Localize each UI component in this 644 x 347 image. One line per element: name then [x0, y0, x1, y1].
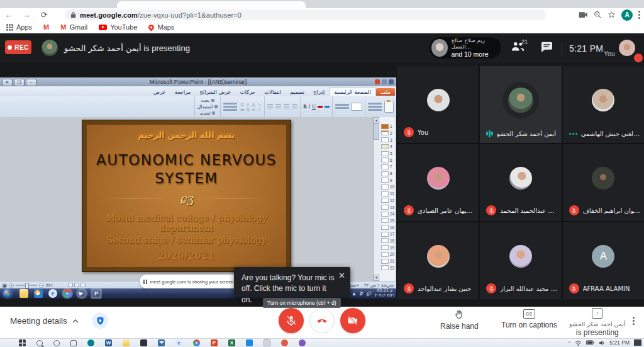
- powerpoint-icon[interactable]: P: [92, 289, 101, 298]
- taskbar-icon-teams[interactable]: [87, 339, 94, 346]
- participant-tile[interactable]: حنين بشار عبدالواحد: [397, 222, 479, 299]
- taskbar-icon-chrome[interactable]: [193, 339, 200, 346]
- participant-tile[interactable]: أيمن أحمد شكر الحشو: [480, 66, 561, 143]
- tray-chevron-icon[interactable]: ^: [569, 340, 571, 346]
- slide-thumbnail[interactable]: 2: [380, 130, 396, 137]
- view-buttons[interactable]: [68, 283, 86, 287]
- volume-icon[interactable]: [599, 340, 605, 346]
- slide-thumbnail[interactable]: 1: [380, 123, 396, 130]
- taskbar-icon-explorer[interactable]: [123, 339, 130, 346]
- captions-button[interactable]: CC Turn on captions: [501, 309, 557, 329]
- taskbar-icon-app-red[interactable]: [281, 339, 288, 346]
- profile-avatar[interactable]: A: [621, 9, 633, 21]
- slide-thumbnail[interactable]: 3: [380, 137, 396, 143]
- slide-thumbnail[interactable]: 16: [380, 224, 396, 230]
- start-orb-icon[interactable]: [3, 289, 12, 298]
- slide-thumbnail[interactable]: 5: [380, 151, 396, 157]
- participants-pill[interactable]: ريم صلاح صالح الفضل...and 10 more: [430, 37, 501, 59]
- slide-thumbnail[interactable]: 6: [380, 157, 396, 163]
- tab-view[interactable]: عرض: [149, 88, 170, 96]
- participant-tile[interactable]: You: [397, 66, 479, 143]
- minimize-icon[interactable]: –: [26, 79, 36, 86]
- slide-thumbnail[interactable]: 7: [380, 164, 396, 170]
- raise-hand-button[interactable]: Raise hand: [440, 309, 479, 331]
- taskbar-icon-search[interactable]: [36, 340, 43, 346]
- scrollbar-thumb[interactable]: [374, 123, 379, 140]
- slide-thumbnail[interactable]: 18: [380, 238, 396, 244]
- taskbar-icon-cortana[interactable]: [53, 340, 60, 346]
- participant-tile[interactable]: AAFRAA ALAMIN: [563, 222, 644, 299]
- camera-button[interactable]: [340, 308, 365, 333]
- slide-thumbnail[interactable]: 21: [380, 258, 396, 265]
- close-icon[interactable]: ✕: [338, 270, 345, 282]
- tab-design[interactable]: تصميم: [286, 88, 309, 96]
- close-icon[interactable]: ✕: [2, 79, 13, 86]
- slide-thumbnail[interactable]: 12: [380, 198, 396, 204]
- slide-thumbnail[interactable]: 22: [380, 265, 396, 271]
- bookmark-apps[interactable]: Apps: [6, 23, 32, 31]
- bookmark-gmail[interactable]: MGmail: [60, 23, 87, 31]
- tab-animations[interactable]: حركات: [236, 88, 260, 96]
- taskbar-icon-ie[interactable]: e: [175, 339, 182, 346]
- media-player-icon[interactable]: [34, 289, 43, 298]
- participant-tile[interactable]: تبارك مصعب عبدالحميد المحمد: [480, 144, 561, 221]
- slide-thumbnail[interactable]: 11: [380, 191, 396, 197]
- slide-thumbnail[interactable]: 15: [380, 218, 396, 224]
- tab-insert[interactable]: إدراج: [309, 88, 329, 96]
- taskbar-icon-excel[interactable]: X: [228, 339, 235, 346]
- shared-screen[interactable]: ✕ ❐ – Microsoft PowerPoint - [(ANS)semin…: [0, 77, 396, 299]
- battery-icon[interactable]: [586, 340, 594, 345]
- tray-up-icon[interactable]: ▲: [352, 291, 357, 297]
- host-controls-button[interactable]: [92, 312, 108, 329]
- reload-icon[interactable]: ⟳: [35, 8, 53, 21]
- action-center-icon[interactable]: [634, 339, 641, 346]
- back-icon[interactable]: ←: [0, 8, 18, 21]
- taskbar-icon-app-blue[interactable]: [246, 339, 253, 346]
- address-bar[interactable]: meet.google.com/zue-vqxu-uud?pli=1&authu…: [65, 9, 546, 20]
- ribbon-group-clipboard[interactable]: [365, 96, 396, 117]
- taskbar-icon-task-view[interactable]: [70, 340, 77, 346]
- participant-tile[interactable]: داليا مجيد عبدالله البزاز: [480, 222, 561, 299]
- slide-thumbnail[interactable]: 20: [380, 251, 396, 258]
- tab-slideshow[interactable]: عرض الشرائح: [195, 88, 235, 96]
- meeting-details-button[interactable]: Meeting details: [10, 316, 79, 326]
- explorer-icon[interactable]: [19, 289, 28, 298]
- zoom-out-icon[interactable]: [594, 11, 602, 19]
- slide-thumbnail[interactable]: 9: [380, 178, 396, 184]
- participant-tile[interactable]: ساره عبد الغني جيش الهاشمي: [563, 66, 644, 143]
- zoom-slider[interactable]: [16, 285, 37, 286]
- browser-active-tab[interactable]: [117, 1, 306, 8]
- tab-review[interactable]: مراجعة: [170, 88, 196, 96]
- fit-window-icon[interactable]: ▣: [2, 283, 7, 288]
- tab-home[interactable]: الصفحة الرئيسية: [329, 88, 376, 96]
- zoom-in-icon[interactable]: +: [9, 283, 14, 288]
- leave-call-button[interactable]: [309, 308, 335, 333]
- slide-thumbnail[interactable]: 17: [380, 231, 396, 237]
- find-item[interactable]: بحث: [201, 98, 214, 103]
- wifi-icon[interactable]: [575, 340, 582, 346]
- os-clock[interactable]: 5:21 PM: [609, 339, 630, 346]
- taskbar-icon-store[interactable]: [140, 339, 147, 346]
- internet-explorer-icon[interactable]: e: [48, 289, 57, 298]
- people-button[interactable]: 21: [511, 41, 525, 54]
- bookmark-youtube[interactable]: YouTube: [99, 23, 137, 31]
- slide-thumbnail[interactable]: 13: [380, 204, 396, 210]
- presenting-button[interactable]: ↑ أيمن احمد شكر الحشو is presenting: [569, 308, 626, 337]
- taskbar-icon-powerpoint[interactable]: P: [211, 339, 218, 346]
- slide-thumbnail[interactable]: 8: [380, 171, 396, 177]
- taskbar-icon-app-purple[interactable]: [299, 339, 306, 346]
- microphone-button[interactable]: [279, 308, 304, 333]
- slide-thumbnail[interactable]: 14: [380, 211, 396, 217]
- scroll-down-icon[interactable]: ▼: [374, 275, 379, 281]
- camera-icon[interactable]: [579, 11, 588, 18]
- ribbon-group-font[interactable]: B I U: [300, 96, 332, 117]
- ribbon-group-editing[interactable]: بحث استبدال تحديد: [194, 96, 220, 117]
- slide-thumbnail[interactable]: 19: [380, 244, 396, 251]
- bookmark-gmail-icon-only[interactable]: M: [43, 23, 49, 31]
- select-item[interactable]: تحديد: [200, 110, 216, 116]
- zoom-out-icon[interactable]: −: [39, 283, 44, 288]
- replace-item[interactable]: استبدال: [197, 104, 218, 110]
- tab-transitions[interactable]: انتقالات: [260, 88, 286, 96]
- chrome-icon[interactable]: [63, 289, 72, 298]
- participant-tile[interactable]: يوسف شوان ابراهيم الخفاف: [563, 144, 644, 221]
